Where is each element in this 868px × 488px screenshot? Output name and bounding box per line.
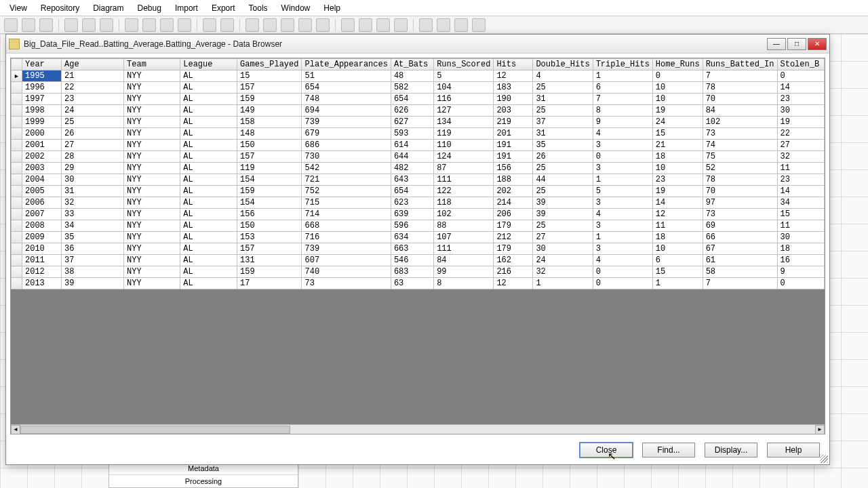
cell[interactable]: 6 [652, 255, 703, 266]
cell[interactable]: 596 [391, 220, 433, 232]
cell[interactable]: 119 [434, 128, 494, 140]
cell[interactable]: 23 [652, 174, 703, 186]
cell[interactable]: 25 [533, 105, 593, 117]
cell[interactable]: 15 [777, 209, 825, 220]
cell[interactable]: 87 [434, 163, 494, 174]
cell[interactable]: 191 [494, 140, 533, 151]
toolbar-button[interactable] [394, 18, 408, 32]
scroll-thumb[interactable] [20, 426, 290, 434]
cell[interactable]: 153 [237, 232, 302, 243]
display-button[interactable]: Display... [705, 443, 757, 458]
cell[interactable]: 4 [593, 128, 652, 140]
cell[interactable]: NYY [124, 140, 180, 151]
cell[interactable]: AL [180, 117, 237, 128]
toolbar-button[interactable] [437, 18, 450, 32]
cell[interactable]: 25 [533, 220, 593, 232]
column-header-plate_appearances[interactable]: Plate_Appearances [302, 59, 391, 70]
cell[interactable]: 0 [652, 70, 703, 82]
cell[interactable]: 6 [593, 82, 652, 94]
cell[interactable]: 1995 [22, 70, 62, 82]
cell[interactable]: 157 [237, 82, 302, 94]
toolbar-button[interactable] [263, 18, 277, 32]
cell[interactable]: NYY [124, 105, 180, 117]
cell[interactable]: 29 [62, 163, 124, 174]
table-row[interactable]: 199723NYYAL159748654116190317107023 [12, 94, 825, 105]
cell[interactable]: 34 [777, 197, 825, 209]
cell[interactable]: 183 [494, 82, 533, 94]
cell[interactable]: 27 [777, 140, 825, 151]
column-header-runs_scored[interactable]: Runs_Scored [434, 59, 494, 70]
cell[interactable]: 1 [652, 278, 703, 289]
cell[interactable]: 131 [237, 255, 302, 266]
toolbar-button[interactable] [125, 18, 138, 32]
cell[interactable]: 14 [652, 197, 703, 209]
column-header-team[interactable]: Team [124, 59, 180, 70]
toolbar-button[interactable] [281, 18, 294, 32]
table-row[interactable]: 199824NYYAL149694626127203258198430 [12, 105, 825, 117]
cell[interactable]: 23 [62, 94, 124, 105]
cell[interactable]: 48 [391, 70, 433, 82]
cell[interactable]: 157 [237, 151, 302, 163]
scroll-right-button[interactable]: ► [815, 425, 825, 434]
horizontal-scrollbar[interactable]: ◄ ► [11, 424, 825, 434]
cell[interactable]: 639 [391, 209, 433, 220]
cell[interactable]: 154 [237, 174, 302, 186]
cell[interactable]: AL [180, 174, 237, 186]
cell[interactable]: 52 [703, 163, 777, 174]
cell[interactable]: 32 [62, 197, 124, 209]
cell[interactable]: 22 [62, 82, 124, 94]
cell[interactable]: 8 [593, 105, 652, 117]
cell[interactable]: 634 [391, 232, 433, 243]
toolbar-button[interactable] [316, 18, 330, 32]
cell[interactable]: 2002 [22, 151, 62, 163]
cell[interactable]: 27 [533, 232, 593, 243]
table-row[interactable]: 200834NYYAL15066859688179253116911 [12, 220, 825, 232]
cell[interactable]: 16 [777, 255, 825, 266]
cell[interactable]: AL [180, 278, 237, 289]
cell[interactable]: 212 [494, 232, 533, 243]
data-grid[interactable]: YearAgeTeamLeagueGames_PlayedPlate_Appea… [10, 58, 825, 434]
cell[interactable]: 30 [533, 243, 593, 255]
cell[interactable]: 156 [494, 163, 533, 174]
cell[interactable]: 3 [593, 163, 652, 174]
cell[interactable]: 74 [703, 140, 777, 151]
cell[interactable]: 188 [494, 174, 533, 186]
column-header-double_hits[interactable]: Double_Hits [533, 59, 593, 70]
cell[interactable]: 97 [703, 197, 777, 209]
column-header-stolen_b[interactable]: Stolen_B [777, 59, 825, 70]
cell[interactable]: 2001 [22, 140, 62, 151]
table-row[interactable]: 201036NYYAL157739663111179303106718 [12, 243, 825, 255]
menu-item-tools[interactable]: Tools [242, 2, 275, 14]
cell[interactable]: 739 [302, 243, 391, 255]
toolbar-button[interactable] [359, 18, 372, 32]
cell[interactable]: 26 [62, 128, 124, 140]
cell[interactable]: AL [180, 151, 237, 163]
cell[interactable]: 159 [237, 94, 302, 105]
cell[interactable]: NYY [124, 70, 180, 82]
cell[interactable]: 159 [237, 186, 302, 197]
table-row[interactable]: 199925NYYAL1587396271342193792410219 [12, 117, 825, 128]
cell[interactable]: 107 [434, 232, 494, 243]
cell[interactable]: 73 [703, 209, 777, 220]
table-row[interactable]: 200935NYYAL153716634107212271186630 [12, 232, 825, 243]
cell[interactable]: NYY [124, 278, 180, 289]
cell[interactable]: 22 [777, 128, 825, 140]
cell[interactable]: 542 [302, 163, 391, 174]
toolbar-button[interactable] [220, 18, 234, 32]
cell[interactable]: 7 [593, 94, 652, 105]
toolbar-button[interactable] [100, 18, 113, 32]
table-row[interactable]: ▶199521NYYAL15514851241070 [12, 70, 825, 82]
toolbar-button[interactable] [203, 18, 216, 32]
cell[interactable]: 2013 [22, 278, 62, 289]
cell[interactable]: 58 [703, 266, 777, 278]
table-row[interactable]: 200430NYYAL154721643111188441237823 [12, 174, 825, 186]
column-header-runs_batted_in[interactable]: Runs_Batted_In [703, 59, 777, 70]
cell[interactable]: 14 [777, 82, 825, 94]
menu-item-diagram[interactable]: Diagram [86, 2, 130, 14]
cell[interactable]: 0 [593, 151, 652, 163]
cell[interactable]: 4 [533, 70, 593, 82]
cell[interactable]: 31 [533, 128, 593, 140]
cell[interactable]: AL [180, 128, 237, 140]
cell[interactable]: NYY [124, 82, 180, 94]
cell[interactable]: AL [180, 82, 237, 94]
